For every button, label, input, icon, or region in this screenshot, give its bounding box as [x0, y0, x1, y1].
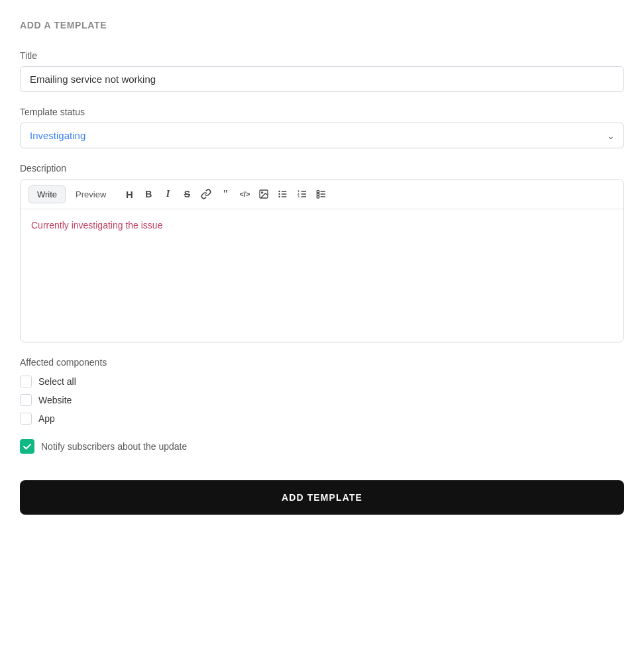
ordered-list-button[interactable]: 1. 2. 3. [293, 185, 311, 203]
image-button[interactable] [254, 185, 273, 203]
heading-button[interactable]: H [120, 185, 138, 203]
description-group: Description Write Preview H B I S [20, 163, 624, 342]
notify-checkbox[interactable] [20, 439, 34, 454]
strikethrough-button[interactable]: S [178, 185, 196, 203]
select-all-item: Select all [20, 376, 624, 387]
website-checkbox[interactable] [20, 394, 32, 406]
page-title: ADD A TEMPLATE [20, 20, 624, 30]
status-select-wrapper: Investigating Identified Monitoring Reso… [20, 123, 624, 148]
bold-button[interactable]: B [139, 185, 158, 203]
svg-rect-19 [317, 196, 319, 198]
notify-label: Notify subscribers about the update [41, 441, 187, 452]
svg-point-1 [262, 192, 263, 193]
editor-container: Write Preview H B I S " </> [20, 179, 624, 342]
select-all-checkbox[interactable] [20, 376, 32, 387]
website-item: Website [20, 394, 624, 406]
svg-point-5 [279, 191, 281, 193]
status-group: Template status Investigating Identified… [20, 107, 624, 148]
submit-button[interactable]: ADD TEMPLATE [20, 480, 624, 515]
title-group: Title [20, 50, 624, 92]
unordered-list-button[interactable] [274, 185, 292, 203]
affected-components-section: Affected components Select all Website A… [20, 357, 624, 425]
title-input[interactable] [20, 66, 624, 92]
svg-point-7 [279, 196, 281, 198]
editor-content[interactable]: Currently investigating the issue [21, 209, 623, 342]
code-button[interactable]: </> [235, 185, 254, 203]
svg-point-6 [279, 193, 281, 195]
status-label: Template status [20, 107, 624, 117]
task-list-button[interactable] [312, 185, 331, 203]
notify-section: Notify subscribers about the update [20, 439, 624, 454]
app-label[interactable]: App [38, 413, 55, 424]
quote-button[interactable]: " [216, 185, 235, 203]
write-tab[interactable]: Write [28, 185, 66, 203]
formatting-toolbar: H B I S " </> [120, 185, 331, 203]
svg-rect-18 [317, 193, 319, 195]
link-button[interactable] [197, 185, 215, 203]
editor-toolbar: Write Preview H B I S " </> [21, 180, 623, 209]
preview-tab[interactable]: Preview [67, 185, 115, 203]
status-select[interactable]: Investigating Identified Monitoring Reso… [20, 123, 624, 148]
italic-button[interactable]: I [158, 185, 177, 203]
title-label: Title [20, 50, 624, 61]
select-all-label[interactable]: Select all [38, 376, 76, 387]
app-item: App [20, 413, 624, 425]
svg-text:3.: 3. [298, 195, 300, 198]
affected-label: Affected components [20, 357, 624, 368]
description-label: Description [20, 163, 624, 174]
website-label[interactable]: Website [38, 395, 72, 405]
app-checkbox[interactable] [20, 413, 32, 425]
